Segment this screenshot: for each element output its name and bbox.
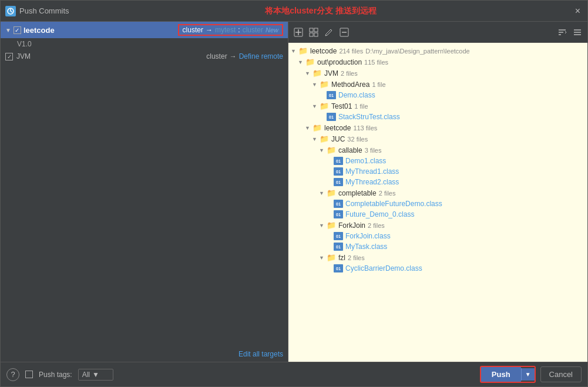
list-item[interactable]: 01MyThread1.class [288, 166, 587, 177]
folder-label: JVM [324, 69, 338, 78]
tags-value: All [82, 371, 90, 379]
folder-meta: 32 files [347, 136, 368, 143]
file-label: MyThread2.class [345, 178, 399, 186]
list-item[interactable]: ▼📁ForkJoin2 files [288, 220, 587, 231]
file-label: Demo.class [338, 91, 375, 99]
folder-meta: 2 files [368, 222, 385, 229]
list-item[interactable]: 01StackStruTest.class [288, 112, 587, 122]
file-icon: 01 [327, 113, 336, 121]
file-icon: 01 [334, 178, 343, 186]
list-item[interactable]: ▼📁MethodArea1 file [288, 79, 587, 90]
folder-meta: 1 file [372, 81, 385, 88]
root-branch-row[interactable]: ▼ ✓ leetcode cluster → mytest : cluster … [1, 22, 288, 38]
folder-meta: 3 files [365, 147, 382, 154]
help-button[interactable]: ? [6, 368, 19, 381]
list-item[interactable]: 01Demo1.class [288, 156, 587, 166]
push-commits-window: Push Commits 将本地cluster分支 推送到远程 × ▼ ✓ le… [0, 0, 588, 387]
file-icon: 01 [334, 243, 343, 251]
list-item[interactable]: 01MyThread2.class [288, 177, 587, 187]
list-item[interactable]: ▼📁JVM2 files [288, 68, 587, 79]
list-item[interactable]: 01Future_Demo_0.class [288, 209, 587, 220]
jvm-branch-checkbox[interactable]: ✓ [5, 53, 13, 60]
list-item[interactable]: 01MyTask.class [288, 241, 587, 252]
edit-all-targets-link[interactable]: Edit all targets [1, 346, 288, 362]
grid-button[interactable] [307, 26, 320, 39]
chevron-down-icon: ▼ [319, 223, 325, 228]
folder-label: callable [338, 146, 362, 154]
folder-meta: 2 files [348, 254, 365, 261]
bottom-bar: ? Push tags: All ▼ Push ▼ Cancel [1, 362, 587, 386]
folder-label: completable [338, 189, 377, 197]
list-item[interactable]: 01ForkJoin.class [288, 231, 587, 241]
sub-branch-v10: V1.0 [1, 38, 288, 50]
folder-meta: 115 files [364, 59, 388, 66]
file-icon: 01 [334, 167, 343, 176]
close-button[interactable]: × [573, 6, 583, 16]
jvm-branch-row[interactable]: ✓ JVM cluster → Define remote [1, 50, 288, 63]
colon-separator: : [238, 26, 240, 34]
list-item[interactable]: ▼📁fzl2 files [288, 252, 587, 263]
list-item[interactable]: 01Demo.class [288, 90, 587, 100]
folder-label: leetcode [324, 124, 351, 132]
file-label: MyThread1.class [345, 167, 399, 176]
folder-icon: 📁 [327, 221, 336, 230]
list-item[interactable]: 01CyclicBarrierDemo.class [288, 263, 587, 274]
file-label: Future_Demo_0.class [345, 210, 414, 218]
define-remote-link[interactable]: Define remote [239, 52, 283, 60]
sub-branch-label: V1.0 [17, 40, 32, 48]
edit-button[interactable] [322, 26, 335, 39]
file-icon: 01 [334, 210, 343, 218]
remove-button[interactable] [338, 26, 351, 39]
list-item[interactable]: ▼📁leetcode113 files [288, 122, 587, 133]
file-icon: 01 [327, 91, 336, 99]
svg-rect-6 [310, 33, 313, 36]
bottom-right: Push ▼ Cancel [480, 366, 582, 383]
push-button-group: Push ▼ [480, 366, 536, 383]
sort-button[interactable] [556, 26, 569, 39]
file-icon: 01 [334, 264, 343, 272]
folder-icon: 📁 [327, 253, 336, 262]
folder-label: JUC [331, 135, 345, 143]
file-label: MyTask.class [345, 243, 387, 251]
file-tree: ▼ 📁 leetcode 214 files D:\my_java\Design… [288, 43, 587, 362]
list-item[interactable]: ▼📁Test011 file [288, 100, 587, 112]
tree-items: ▼📁out\production115 files▼📁JVM2 files▼📁M… [288, 56, 587, 274]
add-button[interactable] [292, 26, 305, 39]
list-item[interactable]: ▼📁out\production115 files [288, 56, 587, 68]
file-label: Demo1.class [345, 157, 386, 165]
main-content: ▼ ✓ leetcode cluster → mytest : cluster … [1, 22, 587, 362]
folder-icon: 📁 [320, 80, 329, 89]
chevron-down-icon: ▼ [312, 103, 318, 109]
cancel-button[interactable]: Cancel [540, 366, 582, 382]
toolbar-right [556, 26, 584, 39]
folder-icon: 📁 [313, 123, 322, 132]
tags-dropdown[interactable]: All ▼ [78, 369, 113, 381]
tags-dropdown-arrow-icon: ▼ [92, 371, 99, 379]
jvm-branch-name: JVM [16, 52, 31, 60]
push-button[interactable]: Push [481, 367, 521, 382]
jvm-source: cluster [206, 52, 227, 60]
push-tags-checkbox[interactable] [25, 371, 33, 378]
expand-button[interactable] [571, 26, 584, 39]
target-branch-name: cluster [243, 26, 263, 34]
list-item[interactable]: ▼📁JUC32 files [288, 133, 587, 144]
title-bar-left: Push Commits [5, 6, 69, 16]
window-subtitle: 将本地cluster分支 推送到远程 [69, 6, 573, 16]
folder-meta: 2 files [379, 190, 396, 197]
list-item[interactable]: ▼📁callable3 files [288, 144, 587, 156]
tree-root[interactable]: ▼ 📁 leetcode 214 files D:\my_java\Design… [288, 45, 587, 56]
chevron-down-icon: ▼ [319, 147, 325, 153]
list-item[interactable]: 01CompletableFutureDemo.class [288, 198, 587, 209]
app-icon [5, 6, 16, 16]
root-label: leetcode [310, 47, 337, 55]
window-title: Push Commits [19, 6, 69, 15]
list-item[interactable]: ▼📁completable2 files [288, 187, 587, 198]
push-dropdown-button[interactable]: ▼ [521, 368, 535, 381]
svg-rect-5 [314, 28, 318, 32]
folder-label: out\production [317, 58, 362, 66]
file-icon: 01 [334, 157, 343, 165]
folder-label: ForkJoin [338, 221, 365, 230]
svg-rect-7 [314, 33, 318, 36]
root-branch-checkbox[interactable]: ✓ [14, 26, 21, 34]
chevron-down-icon: ▼ [319, 255, 325, 261]
